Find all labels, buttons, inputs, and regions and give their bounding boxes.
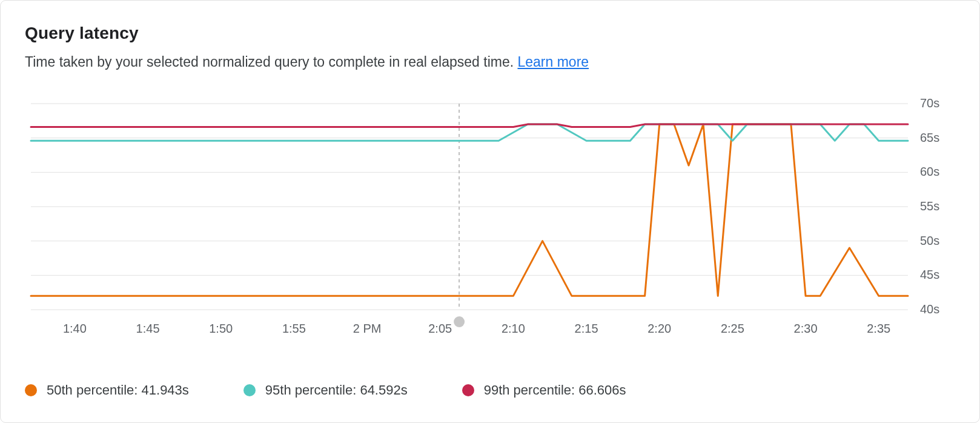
legend-value-p50: 41.943s <box>142 382 189 398</box>
y-tick-label: 40s <box>920 302 939 316</box>
y-tick-label: 60s <box>920 165 939 178</box>
svg-point-8 <box>454 316 465 327</box>
card-subtitle: Time taken by your selected normalized q… <box>25 54 955 70</box>
legend-value-p95: 64.592s <box>360 382 407 398</box>
x-tick-label: 2:30 <box>794 322 818 335</box>
x-tick-label: 2 PM <box>353 322 382 335</box>
y-tick-label: 45s <box>920 268 939 281</box>
y-tick-label: 50s <box>920 234 939 247</box>
latency-chart: 40s45s50s55s60s65s70s1:401:451:501:552 P… <box>25 98 956 340</box>
x-tick-label: 2:25 <box>721 322 744 335</box>
x-tick-label: 2:15 <box>575 322 598 335</box>
x-tick-label: 1:50 <box>209 322 233 335</box>
series-line-2 <box>31 124 908 127</box>
card-title: Query latency <box>25 24 955 43</box>
legend-label-p99: 99th percentile: <box>484 382 579 398</box>
y-tick-label: 70s <box>920 98 939 110</box>
legend-item-p99: 99th percentile: 66.606s <box>462 382 626 398</box>
learn-more-link[interactable]: Learn more <box>518 54 589 70</box>
series-line-0 <box>31 124 908 296</box>
x-tick-label: 1:55 <box>282 322 306 335</box>
legend-value-p99: 66.606s <box>578 382 626 398</box>
legend-label-p95: 95th percentile: <box>265 382 360 398</box>
legend-swatch-p95 <box>243 384 256 396</box>
x-tick-label: 2:20 <box>647 322 671 335</box>
legend-item-p95: 95th percentile: 64.592s <box>243 382 408 398</box>
x-tick-label: 2:35 <box>867 322 890 335</box>
x-tick-label: 2:05 <box>428 322 452 335</box>
x-tick-label: 1:40 <box>63 322 87 335</box>
legend-swatch-p99 <box>462 384 474 396</box>
chart-legend: 50th percentile: 41.943s 95th percentile… <box>25 382 955 398</box>
chart-cursor[interactable] <box>454 104 465 327</box>
chart-area: 40s45s50s55s60s65s70s1:401:451:501:552 P… <box>25 98 955 328</box>
y-tick-label: 55s <box>920 199 939 213</box>
y-tick-label: 65s <box>920 131 939 144</box>
legend-label-p50: 50th percentile: <box>47 382 142 398</box>
x-tick-label: 1:45 <box>136 322 160 335</box>
x-tick-label: 2:10 <box>502 322 525 335</box>
subtitle-text: Time taken by your selected normalized q… <box>25 54 518 70</box>
legend-swatch-p50 <box>25 384 37 396</box>
query-latency-card: Query latency Time taken by your selecte… <box>0 0 980 423</box>
legend-item-p50: 50th percentile: 41.943s <box>25 382 189 398</box>
